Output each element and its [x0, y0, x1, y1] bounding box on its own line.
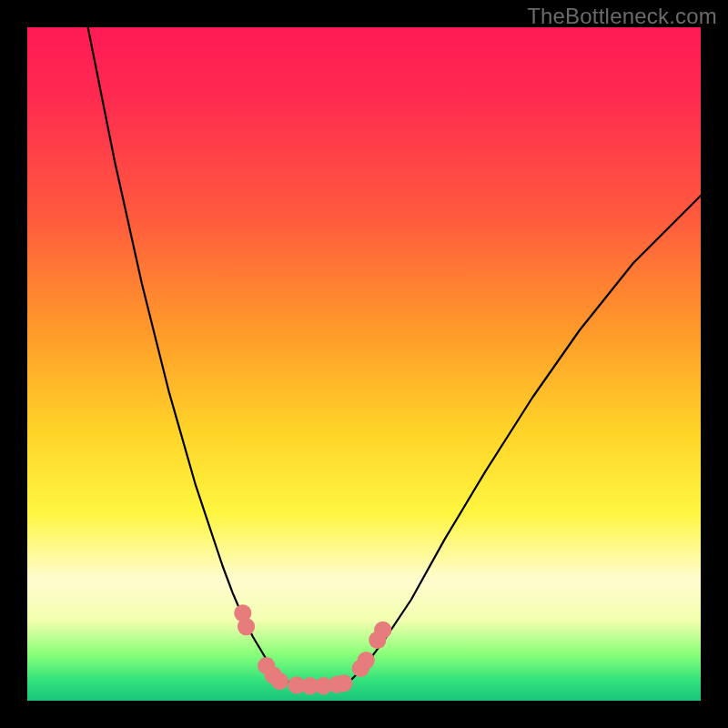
curve-left-branch: [88, 27, 284, 681]
data-marker: [271, 672, 288, 690]
curve-right-branch: [350, 196, 701, 681]
data-markers: [234, 604, 391, 694]
data-marker: [374, 622, 391, 639]
data-marker: [358, 652, 375, 669]
outer-frame: TheBottleneck.com: [0, 0, 728, 728]
data-marker: [238, 618, 255, 635]
data-marker: [335, 674, 352, 692]
chart-overlay: [27, 27, 701, 701]
watermark-text: TheBottleneck.com: [527, 4, 717, 29]
plot-area: [27, 27, 701, 701]
